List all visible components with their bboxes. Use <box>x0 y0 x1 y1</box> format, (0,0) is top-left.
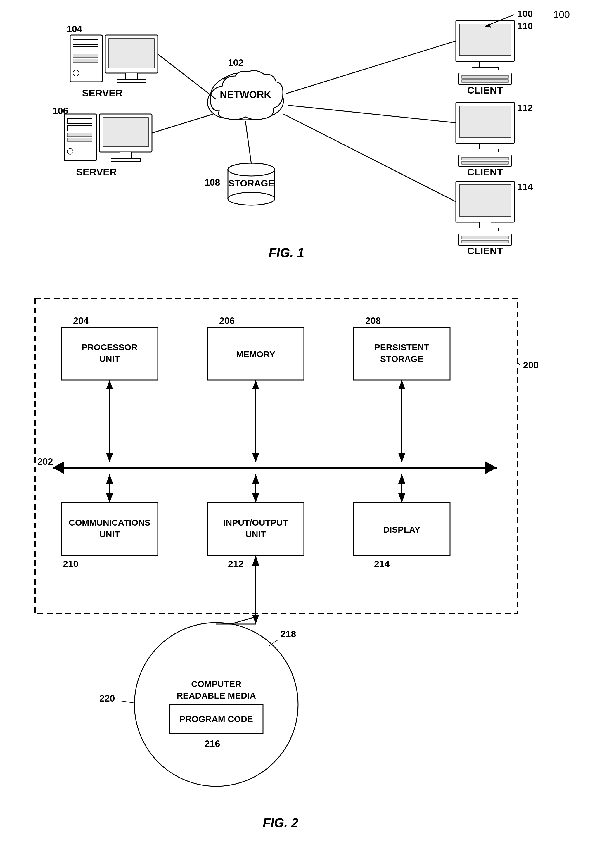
svg-text:200: 200 <box>523 360 539 370</box>
svg-rect-53 <box>479 143 491 149</box>
svg-text:210: 210 <box>63 558 78 569</box>
svg-text:UNIT: UNIT <box>99 529 120 539</box>
svg-text:108: 108 <box>204 177 220 188</box>
svg-text:READABLE MEDIA: READABLE MEDIA <box>176 691 256 700</box>
svg-text:220: 220 <box>99 693 115 703</box>
svg-text:CLIENT: CLIENT <box>467 245 503 256</box>
svg-text:216: 216 <box>204 738 220 749</box>
svg-text:PROGRAM CODE: PROGRAM CODE <box>179 714 253 724</box>
svg-rect-99 <box>354 327 450 380</box>
svg-rect-86 <box>61 327 158 380</box>
svg-text:CLIENT: CLIENT <box>467 85 503 96</box>
svg-text:COMPUTER: COMPUTER <box>191 679 241 689</box>
svg-text:SERVER: SERVER <box>82 87 123 99</box>
svg-point-38 <box>228 192 275 205</box>
svg-rect-45 <box>472 67 498 70</box>
svg-line-135 <box>121 701 134 703</box>
svg-rect-61 <box>459 185 511 216</box>
svg-text:COMMUNICATIONS: COMMUNICATIONS <box>69 518 150 527</box>
svg-text:STORAGE: STORAGE <box>228 178 274 189</box>
svg-text:UNIT: UNIT <box>99 354 120 363</box>
svg-text:DISPLAY: DISPLAY <box>383 525 420 534</box>
svg-line-69 <box>158 54 216 99</box>
svg-text:114: 114 <box>517 181 533 192</box>
svg-text:UNIT: UNIT <box>245 529 266 539</box>
svg-rect-55 <box>459 155 511 167</box>
svg-rect-43 <box>459 24 511 55</box>
svg-line-71 <box>245 121 251 164</box>
svg-line-74 <box>283 114 456 202</box>
svg-line-81 <box>518 362 520 365</box>
svg-text:102: 102 <box>228 57 244 68</box>
svg-line-138 <box>231 617 256 624</box>
svg-text:FIG. 1: FIG. 1 <box>269 245 304 260</box>
svg-rect-54 <box>472 149 498 152</box>
svg-rect-14 <box>67 126 92 131</box>
svg-rect-1 <box>73 39 98 45</box>
svg-text:STORAGE: STORAGE <box>380 354 423 363</box>
svg-text:202: 202 <box>38 456 53 467</box>
svg-rect-56 <box>462 157 508 160</box>
svg-text:104: 104 <box>67 24 82 34</box>
fig1-diagram: 100 104 SERVER <box>24 6 593 263</box>
svg-rect-57 <box>462 161 508 164</box>
svg-point-39 <box>228 163 275 176</box>
svg-rect-17 <box>67 148 73 154</box>
svg-line-70 <box>152 114 213 133</box>
svg-text:204: 204 <box>73 315 89 326</box>
svg-text:INPUT/OUTPUT: INPUT/OUTPUT <box>223 518 288 527</box>
svg-rect-15 <box>67 133 92 137</box>
svg-line-73 <box>288 105 456 123</box>
svg-rect-113 <box>207 503 304 555</box>
svg-text:106: 106 <box>53 105 68 116</box>
svg-text:NETWORK: NETWORK <box>220 89 271 100</box>
svg-rect-4 <box>73 59 98 63</box>
svg-rect-62 <box>479 222 491 228</box>
svg-text:FIG. 2: FIG. 2 <box>263 816 299 830</box>
svg-rect-19 <box>103 118 148 147</box>
svg-rect-106 <box>61 503 158 555</box>
svg-text:PROCESSOR: PROCESSOR <box>82 342 138 352</box>
svg-text:100: 100 <box>517 8 533 19</box>
svg-rect-20 <box>120 152 132 159</box>
svg-rect-16 <box>67 138 92 142</box>
svg-rect-2 <box>73 47 98 52</box>
svg-line-72 <box>286 41 456 94</box>
svg-text:218: 218 <box>281 629 296 639</box>
svg-rect-9 <box>117 80 146 82</box>
svg-text:206: 206 <box>219 315 235 326</box>
fig2-diagram: 200 202 PROCESSOR UNIT 204 MEMORY <box>17 281 596 842</box>
svg-rect-5 <box>73 70 79 76</box>
svg-rect-48 <box>462 80 508 82</box>
svg-text:MEMORY: MEMORY <box>236 349 275 359</box>
page: 100 104 SERVER <box>0 0 616 862</box>
svg-rect-44 <box>479 61 491 67</box>
svg-rect-46 <box>459 73 511 85</box>
svg-text:CLIENT: CLIENT <box>467 166 503 178</box>
svg-rect-7 <box>109 39 154 68</box>
svg-text:PERSISTENT: PERSISTENT <box>374 342 429 352</box>
svg-rect-63 <box>472 228 498 231</box>
svg-text:212: 212 <box>228 558 244 569</box>
svg-text:214: 214 <box>374 558 390 569</box>
svg-rect-66 <box>462 240 508 243</box>
svg-rect-65 <box>462 236 508 239</box>
svg-marker-141 <box>252 615 259 624</box>
svg-text:208: 208 <box>365 315 381 326</box>
svg-rect-3 <box>73 54 98 58</box>
svg-rect-64 <box>459 234 511 245</box>
svg-rect-21 <box>111 159 140 161</box>
svg-text:SERVER: SERVER <box>76 166 116 178</box>
svg-rect-47 <box>462 76 508 78</box>
svg-rect-8 <box>126 73 137 80</box>
svg-text:112: 112 <box>517 102 533 113</box>
svg-rect-13 <box>67 118 92 124</box>
svg-text:110: 110 <box>517 21 533 31</box>
svg-rect-52 <box>459 106 511 137</box>
